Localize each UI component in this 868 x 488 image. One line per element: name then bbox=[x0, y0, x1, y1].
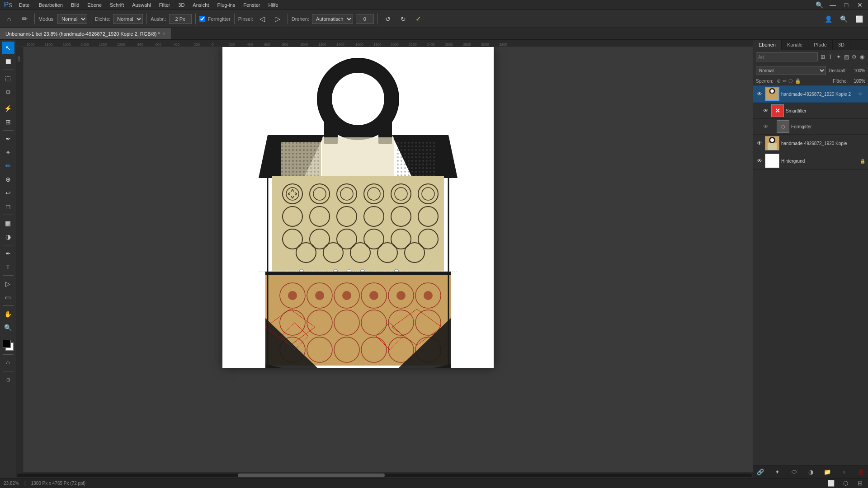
history-brush[interactable]: ↩ bbox=[2, 187, 14, 199]
status-screen-btn[interactable]: ⊞ bbox=[855, 479, 864, 488]
pinsel-size-inc[interactable]: ▷ bbox=[271, 13, 284, 25]
horizontal-scrollbar[interactable] bbox=[16, 472, 753, 478]
layer-style-button[interactable]: ✦ bbox=[773, 467, 782, 476]
document-tab[interactable]: Unbenannt-1 bei 23,8% (handmade-4926872_… bbox=[0, 28, 171, 39]
menu-datei[interactable]: Datei bbox=[15, 1, 34, 9]
maximize-btn[interactable]: □ bbox=[840, 0, 853, 11]
layers-filter-kind-btn[interactable]: ⊞ bbox=[820, 52, 826, 62]
minimize-btn[interactable]: — bbox=[826, 0, 839, 11]
brush-tool-option[interactable]: ✏ bbox=[18, 13, 31, 25]
tab-close-icon[interactable]: × bbox=[163, 31, 165, 36]
ausbr-input[interactable] bbox=[169, 14, 192, 24]
pinsel-size-dec[interactable]: ◁ bbox=[256, 13, 269, 25]
screen-mode-tool[interactable]: ⊡ bbox=[2, 373, 14, 386]
status-toggle-btn[interactable]: ⬜ bbox=[826, 479, 835, 488]
delete-layer-button[interactable]: 🗑 bbox=[856, 467, 865, 476]
redo-warp-button[interactable]: ↻ bbox=[397, 13, 410, 25]
path-select-tool[interactable]: ▷ bbox=[2, 277, 14, 290]
layer-item-sub[interactable]: 👁 ✕ Smartfilter bbox=[753, 103, 868, 119]
layer-item-2[interactable]: 👁 handmade-4926872_1920 Kopie bbox=[753, 135, 868, 152]
layers-filter-attr-btn[interactable]: ⚙ bbox=[851, 52, 858, 62]
lock-artboard-icon[interactable]: ⬡ bbox=[788, 78, 793, 84]
layer-visibility-toggle[interactable]: 👁 bbox=[855, 89, 865, 99]
layers-filter-color-btn[interactable]: ◉ bbox=[859, 52, 866, 62]
lock-all-icon[interactable]: 🔒 bbox=[795, 78, 801, 84]
modus-select[interactable]: Normal bbox=[57, 14, 87, 24]
text-tool[interactable]: T bbox=[2, 261, 14, 273]
color-swatches[interactable] bbox=[3, 340, 14, 351]
crop-tool[interactable]: ⊞ bbox=[2, 116, 14, 128]
layers-filter-effect-btn[interactable]: ✦ bbox=[835, 52, 842, 62]
eyedropper-tool[interactable]: ✒ bbox=[2, 132, 14, 145]
formgitter-info: Formgitter bbox=[791, 124, 865, 129]
search-ps-button[interactable]: 🔍 bbox=[837, 13, 850, 25]
layer-mask-button[interactable]: ⬭ bbox=[789, 467, 798, 476]
menu-auswahl[interactable]: Auswahl bbox=[128, 1, 155, 9]
layers-search-input[interactable] bbox=[756, 52, 818, 61]
hscroll-track[interactable] bbox=[17, 474, 752, 477]
menu-fenster[interactable]: Fenster bbox=[240, 1, 264, 9]
menu-bearbeiten[interactable]: Bearbeiten bbox=[35, 1, 66, 9]
menu-ansicht[interactable]: Ansicht bbox=[189, 1, 212, 9]
tab-ebenen[interactable]: Ebenen bbox=[753, 40, 782, 50]
sublayer-visibility-icon[interactable]: 👁 bbox=[762, 108, 769, 114]
menu-filter[interactable]: Filter bbox=[156, 1, 174, 9]
layer2-visibility-icon[interactable]: 👁 bbox=[756, 140, 763, 146]
eraser-tool[interactable]: ◻ bbox=[2, 200, 14, 213]
canvas-container[interactable] bbox=[24, 47, 753, 472]
menu-3d[interactable]: 3D bbox=[175, 1, 188, 9]
artboard-tool[interactable]: ⬜ bbox=[2, 55, 14, 68]
shape-tool[interactable]: ▭ bbox=[2, 291, 14, 304]
drehen-select[interactable]: Automatisch bbox=[312, 14, 353, 24]
dodge-tool[interactable]: ◑ bbox=[2, 230, 14, 243]
layers-filter-name-btn[interactable]: T bbox=[828, 52, 834, 62]
gradient-tool[interactable]: ▦ bbox=[2, 217, 14, 230]
pen-tool[interactable]: ✒ bbox=[2, 247, 14, 260]
group-layers-button[interactable]: 📁 bbox=[823, 467, 832, 476]
new-layer-button[interactable]: + bbox=[840, 467, 849, 476]
drehen-number[interactable] bbox=[356, 14, 374, 24]
link-layers-button[interactable]: 🔗 bbox=[756, 467, 765, 476]
move-tool[interactable]: ↖ bbox=[2, 42, 14, 54]
foreground-color-swatch[interactable] bbox=[3, 340, 11, 348]
tab-pfade[interactable]: Pfade bbox=[808, 40, 833, 50]
hscroll-thumb[interactable] bbox=[238, 474, 385, 477]
lasso-tool[interactable]: ⊙ bbox=[2, 85, 14, 98]
heal-tool[interactable]: ⌖ bbox=[2, 146, 14, 159]
layer-item-3[interactable]: 👁 Hintergrund 🔒 bbox=[753, 152, 868, 170]
stamp-tool[interactable]: ⊕ bbox=[2, 173, 14, 186]
lock-pixel-icon[interactable]: ✏ bbox=[783, 78, 787, 84]
lock-position-icon[interactable]: ⊕ bbox=[777, 78, 781, 84]
layer-item-formgitter[interactable]: 👁 ⬡ Formgitter bbox=[753, 119, 868, 135]
layer-visibility-icon[interactable]: 👁 bbox=[756, 91, 763, 97]
share-button[interactable]: ⬜ bbox=[853, 13, 865, 25]
blend-mode-select[interactable]: Normal bbox=[756, 66, 826, 75]
adjustment-layer-button[interactable]: ◑ bbox=[806, 467, 815, 476]
confirm-button[interactable]: ✓ bbox=[412, 13, 425, 25]
status-arrange-btn[interactable]: ⬡ bbox=[841, 479, 850, 488]
layer3-visibility-icon[interactable]: 👁 bbox=[756, 158, 763, 164]
formgitter-checkbox[interactable] bbox=[199, 16, 205, 22]
dichte-select[interactable]: Normal bbox=[113, 14, 143, 24]
menu-plugins[interactable]: Plug-ins bbox=[213, 1, 239, 9]
menu-schrift[interactable]: Schrift bbox=[106, 1, 127, 9]
menu-ebene[interactable]: Ebene bbox=[84, 1, 105, 9]
layers-filter-mode-btn[interactable]: ▨ bbox=[844, 52, 850, 62]
workspaces-button[interactable]: 👤 bbox=[822, 13, 835, 25]
search-btn[interactable]: 🔍 bbox=[813, 0, 826, 11]
marquee-tool[interactable]: ⬚ bbox=[2, 72, 14, 84]
home-button[interactable]: ⌂ bbox=[3, 13, 15, 25]
menu-hilfe[interactable]: Hilfe bbox=[264, 1, 282, 9]
tab-kanale[interactable]: Kanäle bbox=[782, 40, 808, 50]
formgitter-visibility-icon[interactable]: 👁 bbox=[762, 123, 769, 130]
layer-item[interactable]: 👁 handmade-4926872_1920 Kopie 2 👁 bbox=[753, 85, 868, 103]
menu-bild[interactable]: Bild bbox=[67, 1, 83, 9]
tab-3d[interactable]: 3D bbox=[833, 40, 850, 50]
hand-tool[interactable]: ✋ bbox=[2, 308, 14, 320]
undo-warp-button[interactable]: ↺ bbox=[382, 13, 394, 25]
close-btn[interactable]: ✕ bbox=[854, 0, 866, 11]
brush-tool[interactable]: ✏ bbox=[2, 160, 14, 172]
zoom-tool[interactable]: 🔍 bbox=[2, 321, 14, 334]
wand-tool[interactable]: ⚡ bbox=[2, 102, 14, 115]
quick-mask-tool[interactable]: ⬭ bbox=[2, 357, 14, 369]
